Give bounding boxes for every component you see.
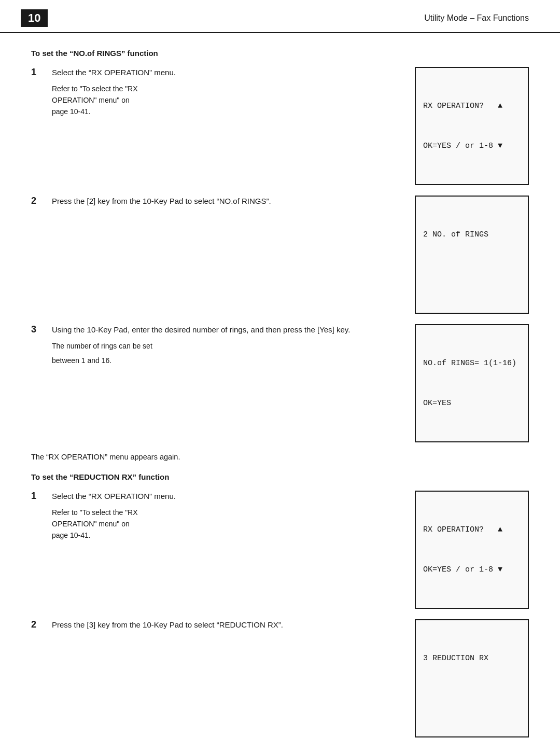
- step-1-sub-line1-reduction: Refer to "To select the "RX: [52, 507, 399, 518]
- step-2-lcd-reduction: 3 REDUCTION RX: [415, 619, 529, 737]
- page-header: 10 Utility Mode – Fax Functions: [0, 0, 560, 33]
- step-1-content-reduction: Select the “RX OPERATION” menu. Refer to…: [52, 491, 529, 609]
- step-1-sub-line2-reduction: OPERATION" menu" on: [52, 518, 399, 530]
- lcd-2-line2-reduction: [423, 692, 521, 705]
- lcd-3-line1-rings: NO.of RINGS= 1(1-16): [423, 357, 521, 370]
- step-3-note2-rings: between 1 and 16.: [52, 355, 399, 366]
- section-heading-no-of-rings: To set the “NO.of RINGS” function: [31, 49, 529, 58]
- lcd-1-reduction: RX OPERATION? ▲ OK=YES / or 1-8 ▼: [415, 491, 529, 609]
- lcd-2-reduction: 3 REDUCTION RX: [415, 619, 529, 737]
- step-1-sub-rings: Refer to "To select the "RX OPERATION" m…: [52, 83, 399, 118]
- step-1-number-reduction: 1: [31, 491, 52, 502]
- step-2-number-rings: 2: [31, 196, 52, 206]
- step-1-main-rings: Select the “RX OPERATION” menu.: [52, 67, 399, 79]
- step-1-sub-line3-reduction: page 10-41.: [52, 530, 399, 541]
- header-title: Utility Mode – Fax Functions: [424, 13, 529, 23]
- lcd-1-line1-rings: RX OPERATION? ▲: [423, 100, 521, 113]
- lcd-1-line2-rings: OK=YES / or 1-8 ▼: [423, 140, 521, 153]
- step-1-sub-line3-rings: page 10-41.: [52, 106, 399, 117]
- step-3-rings: 3 Using the 10-Key Pad, enter the desire…: [31, 324, 529, 442]
- step-3-number-rings: 3: [31, 324, 52, 335]
- step-1-lcd-reduction: RX OPERATION? ▲ OK=YES / or 1-8 ▼: [415, 491, 529, 609]
- step-3-content-rings: Using the 10-Key Pad, enter the desired …: [52, 324, 529, 442]
- lcd-1-rings: RX OPERATION? ▲ OK=YES / or 1-8 ▼: [415, 67, 529, 185]
- step-2-main-reduction: Press the [3] key from the 10-Key Pad to…: [52, 619, 399, 631]
- step-1-rings: 1 Select the “RX OPERATION” menu. Refer …: [31, 67, 529, 185]
- lcd-2-line1-rings: 2 NO. of RINGS: [423, 228, 521, 242]
- step-2-rings: 2 Press the [2] key from the 10-Key Pad …: [31, 196, 529, 314]
- page-container: 10 Utility Mode – Fax Functions To set t…: [0, 0, 560, 738]
- page-number-box: 10: [21, 9, 48, 27]
- lcd-1-line1-reduction: RX OPERATION? ▲: [423, 523, 521, 537]
- step-1-number-rings: 1: [31, 67, 52, 78]
- step-1-sub-line1-rings: Refer to "To select the "RX: [52, 83, 399, 94]
- lcd-2-line2-rings: [423, 268, 521, 282]
- appears-again-rings: The “RX OPERATION” menu appears again.: [31, 453, 529, 461]
- lcd-3-line2-rings: OK=YES: [423, 397, 521, 410]
- step-1-reduction: 1 Select the “RX OPERATION” menu. Refer …: [31, 491, 529, 609]
- main-content: To set the “NO.of RINGS” function 1 Sele…: [0, 33, 560, 738]
- lcd-1-line2-reduction: OK=YES / or 1-8 ▼: [423, 563, 521, 577]
- step-1-lcd-rings: RX OPERATION? ▲ OK=YES / or 1-8 ▼: [415, 67, 529, 185]
- step-2-content-rings: Press the [2] key from the 10-Key Pad to…: [52, 196, 529, 314]
- step-2-reduction: 2 Press the [3] key from the 10-Key Pad …: [31, 619, 529, 737]
- step-3-note1-rings: The number of rings can be set: [52, 340, 399, 352]
- step-2-number-reduction: 2: [31, 619, 52, 630]
- step-1-content-rings: Select the “RX OPERATION” menu. Refer to…: [52, 67, 529, 185]
- step-2-main-rings: Press the [2] key from the 10-Key Pad to…: [52, 196, 399, 207]
- step-2-lcd-rings: 2 NO. of RINGS: [415, 196, 529, 314]
- step-1-main-reduction: Select the “RX OPERATION” menu.: [52, 491, 399, 503]
- section-reduction-rx: To set the “REDUCTION RX” function 1 Sel…: [31, 472, 529, 738]
- section-heading-reduction-rx: To set the “REDUCTION RX” function: [31, 472, 529, 481]
- step-3-lcd-rings: NO.of RINGS= 1(1-16) OK=YES: [415, 324, 529, 442]
- lcd-2-rings: 2 NO. of RINGS: [415, 196, 529, 314]
- step-1-sub-reduction: Refer to "To select the "RX OPERATION" m…: [52, 507, 399, 541]
- section-no-of-rings: To set the “NO.of RINGS” function 1 Sele…: [31, 49, 529, 461]
- lcd-3-rings: NO.of RINGS= 1(1-16) OK=YES: [415, 324, 529, 442]
- step-2-content-reduction: Press the [3] key from the 10-Key Pad to…: [52, 619, 529, 737]
- page-number: 10: [28, 11, 40, 24]
- step-3-main-rings: Using the 10-Key Pad, enter the desired …: [52, 324, 399, 336]
- lcd-2-line1-reduction: 3 REDUCTION RX: [423, 652, 521, 665]
- step-1-sub-line2-rings: OPERATION" menu" on: [52, 94, 399, 106]
